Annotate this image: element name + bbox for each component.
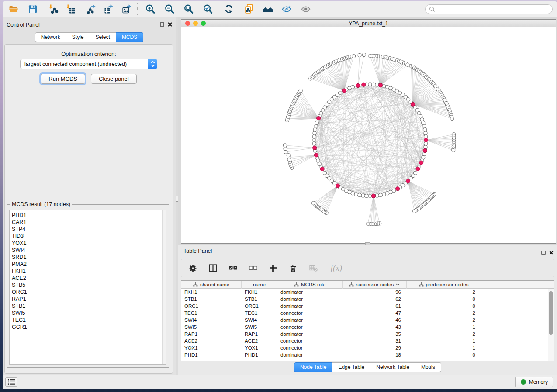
network-node[interactable] (314, 124, 318, 128)
mcds-result-item[interactable]: STB1 (12, 303, 166, 309)
tab-edge-table[interactable]: Edge Table (332, 362, 370, 372)
network-node[interactable] (386, 192, 389, 195)
export-image-button[interactable] (120, 3, 135, 16)
mcds-result-item[interactable]: FKH1 (12, 268, 166, 275)
mcds-result-list[interactable]: PHD1CAR1STP4TID3YOX1SWI4SRD1PMA2FKH1ACE2… (9, 210, 166, 365)
network-node[interactable] (315, 121, 318, 124)
table-row[interactable]: SWI4SWI4dominator462 (181, 316, 554, 323)
tab-network-table[interactable]: Network Table (370, 362, 415, 372)
column-header-successor-nodes[interactable]: successor nodes (343, 281, 407, 289)
network-hub-node[interactable] (314, 153, 318, 157)
delete-button[interactable] (288, 262, 298, 274)
network-node[interactable] (413, 210, 416, 213)
mcds-result-item[interactable]: SRD1 (12, 254, 166, 261)
network-node[interactable] (313, 131, 316, 135)
float-panel-icon[interactable] (541, 251, 546, 255)
scrollbar-thumb[interactable] (549, 291, 553, 335)
table-row[interactable]: STB1STB1dominator620 (181, 296, 554, 303)
network-node[interactable] (312, 142, 316, 145)
network-hub-node[interactable] (320, 167, 324, 171)
select-all-button[interactable] (228, 262, 238, 274)
mcds-result-item[interactable]: TID3 (12, 233, 166, 240)
network-hub-node[interactable] (313, 146, 317, 150)
function-builder-button[interactable]: f(x) (328, 262, 345, 274)
table-row[interactable]: TEC1TEC1connector472 (181, 309, 554, 316)
network-node[interactable] (375, 194, 379, 197)
network-node[interactable] (313, 128, 317, 131)
network-node[interactable] (354, 193, 358, 196)
network-node[interactable] (422, 121, 425, 124)
network-node[interactable] (386, 85, 389, 89)
table-row[interactable]: ACE2ACE2connector311 (181, 337, 554, 344)
network-node[interactable] (424, 135, 428, 138)
tab-node-table[interactable]: Node Table (294, 362, 333, 372)
mcds-result-item[interactable]: YOX1 (12, 240, 166, 247)
column-header-name[interactable]: name (242, 281, 277, 289)
network-node[interactable] (382, 193, 386, 196)
network-hub-node[interactable] (423, 148, 427, 152)
network-node[interactable] (352, 55, 356, 58)
mcds-result-item[interactable]: STP4 (12, 226, 166, 233)
network-node[interactable] (450, 117, 454, 120)
network-hub-node[interactable] (356, 83, 360, 87)
network-node[interactable] (389, 190, 392, 194)
network-node[interactable] (422, 156, 425, 159)
network-node[interactable] (284, 147, 287, 150)
network-node[interactable] (338, 91, 342, 95)
network-node[interactable] (424, 145, 427, 149)
duplicate-network-button[interactable] (242, 3, 256, 16)
list-scrollbar[interactable] (162, 210, 166, 364)
network-node[interactable] (375, 83, 379, 86)
network-node[interactable] (362, 53, 366, 56)
network-node[interactable] (311, 201, 315, 205)
network-hub-node[interactable] (371, 194, 375, 198)
close-panel-icon[interactable] (549, 251, 554, 255)
search-input[interactable] (437, 5, 552, 13)
column-header-mcds-role[interactable]: MCDS role (277, 281, 343, 289)
criterion-dropdown[interactable]: largest connected component (undirected) (20, 59, 157, 69)
table-row[interactable]: RAP1RAP1dominator352 (181, 330, 554, 337)
network-node[interactable] (420, 118, 424, 121)
mcds-result-item[interactable]: PHD1 (12, 212, 166, 219)
delete-table-button[interactable] (308, 262, 318, 274)
network-hub-node[interactable] (411, 102, 415, 106)
network-node[interactable] (406, 63, 409, 66)
zoom-out-button[interactable] (162, 3, 177, 16)
export-table-button[interactable] (101, 3, 116, 16)
network-node[interactable] (351, 85, 354, 89)
zoom-selected-button[interactable] (201, 3, 215, 16)
network-hub-node[interactable] (342, 89, 346, 93)
mcds-result-item[interactable]: PMA2 (12, 261, 166, 268)
mcds-result-item[interactable]: ORC1 (12, 289, 166, 296)
network-hub-node[interactable] (424, 138, 428, 142)
deselect-all-button[interactable] (248, 262, 258, 274)
network-node[interactable] (365, 194, 368, 198)
zoom-in-button[interactable] (143, 3, 158, 16)
table-row[interactable]: PHD1PHD1dominator180 (181, 351, 554, 358)
network-node[interactable] (312, 135, 316, 138)
mcds-result-item[interactable]: RAP1 (12, 296, 166, 303)
column-header-shared-name[interactable]: shared name (181, 281, 242, 289)
network-node[interactable] (283, 144, 287, 147)
network-node[interactable] (358, 193, 361, 197)
network-hub-node[interactable] (317, 116, 321, 120)
add-column-button[interactable] (268, 262, 278, 274)
tab-motifs[interactable]: Motifs (415, 362, 441, 372)
table-row[interactable]: SWI5SWI5connector431 (181, 323, 554, 330)
network-node[interactable] (368, 194, 372, 198)
mcds-result-item[interactable]: GCR1 (12, 323, 166, 330)
network-node[interactable] (316, 159, 320, 162)
network-hub-node[interactable] (362, 83, 366, 86)
search-box[interactable] (425, 4, 553, 14)
network-node[interactable] (422, 124, 426, 128)
network-node[interactable] (323, 171, 326, 175)
show-all-button[interactable] (298, 3, 313, 16)
network-node[interactable] (299, 89, 302, 93)
mcds-result-item[interactable]: CAR1 (12, 219, 166, 226)
mcds-result-item[interactable]: SWI4 (12, 247, 166, 254)
network-hub-node[interactable] (336, 184, 339, 188)
table-settings-button[interactable] (187, 262, 198, 274)
network-node[interactable] (361, 194, 365, 197)
network-node[interactable] (287, 154, 290, 157)
tab-network[interactable]: Network (35, 32, 66, 42)
